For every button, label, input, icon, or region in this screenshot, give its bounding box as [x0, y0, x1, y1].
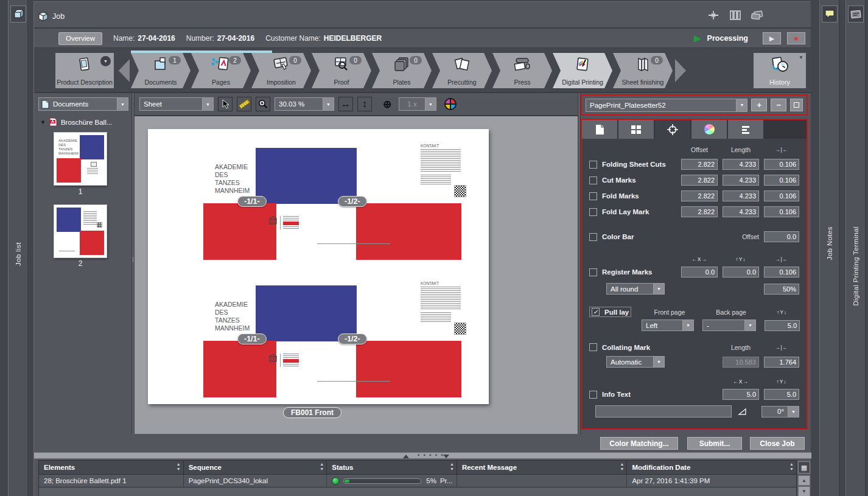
folding-sheet-cuts-offset-field[interactable]: 2.822	[681, 159, 718, 170]
step-documents[interactable]: 1 Documents	[131, 53, 191, 88]
fold-lay-mark-width-field[interactable]: 0.106	[764, 206, 799, 217]
fold-marks-offset-field[interactable]: 2.822	[681, 190, 718, 201]
sort-icon[interactable]: ▲▼	[789, 462, 794, 472]
sort-icon[interactable]: ▲▼	[620, 462, 625, 472]
product-description-menu-button[interactable]: ▼	[100, 56, 111, 66]
color-bar-checkbox[interactable]	[589, 233, 597, 241]
color-bar-offset-field[interactable]: 0.0	[764, 231, 799, 242]
register-marks-checkbox[interactable]	[589, 268, 597, 276]
dropdown-arrow-icon[interactable]: ▼	[744, 320, 755, 330]
table-scroll-down-button[interactable]: ▼	[798, 486, 810, 496]
select-tool-button[interactable]	[218, 97, 233, 111]
dropdown-arrow-icon[interactable]: ▼	[202, 98, 213, 110]
history-menu-caret[interactable]: ▼	[799, 55, 803, 60]
register-marks-tone-field[interactable]: 50%	[764, 284, 799, 295]
cascade-windows-icon[interactable]	[750, 8, 765, 23]
collating-mark-length-field[interactable]: 10.583	[723, 357, 759, 368]
job-notes-button[interactable]	[822, 5, 838, 23]
fold-lay-mark-length-field[interactable]: 4.233	[723, 206, 759, 217]
step-product-description[interactable]: ▼ Product Description	[55, 53, 114, 88]
tab-color[interactable]	[691, 120, 728, 139]
register-marks-width-field[interactable]: 0.106	[764, 267, 799, 278]
tab-general[interactable]	[582, 120, 618, 139]
register-marks-x-field[interactable]: 0.0	[681, 267, 718, 278]
zoom-tool-button[interactable]	[256, 97, 270, 111]
pull-lay-back-dropdown[interactable]: - ▼	[702, 320, 756, 331]
tree-expand-icon[interactable]: ▼	[40, 119, 46, 125]
cut-marks-offset-field[interactable]: 2.822	[681, 175, 718, 186]
press-sheet[interactable]: AKADEMIEDES TANZESMANNHEIM KONTAKT	[148, 129, 489, 404]
dropdown-arrow-icon[interactable]: ▼	[323, 98, 334, 110]
dropdown-arrow-icon[interactable]: ▼	[788, 407, 799, 417]
column-header-status[interactable]: Status▲▼	[327, 461, 457, 474]
page-thumbnail-2[interactable]	[54, 204, 107, 258]
view-mode-dropdown[interactable]: Sheet ▼	[139, 97, 214, 111]
register-marks-style-dropdown[interactable]: All round ▼	[606, 283, 665, 295]
split-view-icon[interactable]	[706, 8, 721, 23]
start-button[interactable]: ▶	[763, 32, 781, 44]
document-tree-node[interactable]: ▼ Broschüre Ball...	[40, 117, 112, 127]
column-header-elements[interactable]: Elements▲▼	[39, 461, 184, 474]
dropdown-arrow-icon[interactable]: ▼	[682, 320, 693, 330]
column-header-recent-message[interactable]: Recent Message▲▼	[457, 461, 628, 474]
history-button[interactable]: ▼ History	[754, 53, 806, 88]
info-text-x-field[interactable]: 5.0	[723, 389, 759, 400]
fold-marks-checkbox[interactable]	[589, 192, 597, 200]
sort-icon[interactable]: ▲▼	[450, 462, 454, 472]
repeat-count-dropdown[interactable]: 1 x ▼	[399, 97, 436, 111]
info-text-angle-dropdown[interactable]: 0° ▼	[761, 406, 799, 417]
overview-button[interactable]: Overview	[58, 32, 102, 45]
zoom-area-button[interactable]: ⊕	[380, 97, 394, 111]
register-marks-y-field[interactable]: 0.0	[723, 267, 759, 278]
panels-icon[interactable]	[728, 8, 743, 23]
dropdown-arrow-icon[interactable]: ▼	[736, 99, 747, 111]
dropdown-arrow-icon[interactable]: ▼	[425, 98, 436, 110]
fit-width-button[interactable]: ↔	[338, 97, 353, 111]
remove-sequence-button[interactable]: −	[771, 99, 786, 111]
info-text-checkbox[interactable]	[589, 391, 597, 399]
step-imposition[interactable]: 0 Imposition	[251, 53, 311, 88]
step-digital-printing[interactable]: Digital Printing	[553, 53, 612, 88]
table-scroll-up-button[interactable]: ▲	[798, 475, 810, 486]
fold-marks-length-field[interactable]: 4.233	[723, 190, 759, 201]
info-text-y-field[interactable]: 5.0	[764, 389, 799, 400]
table-settings-button[interactable]: ▦	[798, 461, 810, 473]
step-pages[interactable]: 2 Pages	[191, 53, 251, 88]
step-sheet-finishing[interactable]: 0 Sheet finishing	[613, 53, 673, 88]
tab-layout[interactable]	[618, 120, 655, 139]
dropdown-arrow-icon[interactable]: ▼	[653, 284, 664, 294]
color-matching-button[interactable]: Color Matching...	[600, 437, 678, 450]
separation-preview-icon[interactable]	[444, 98, 457, 110]
cut-marks-width-field[interactable]: 0.106	[764, 175, 799, 186]
collapse-down-icon[interactable]	[443, 455, 449, 458]
job-notes-strip[interactable]: Job Notes	[819, 0, 839, 496]
maximize-panel-button[interactable]	[790, 99, 803, 111]
pull-lay-front-dropdown[interactable]: Left ▼	[642, 320, 694, 331]
measure-tool-button[interactable]	[237, 97, 251, 111]
cut-marks-length-field[interactable]: 4.233	[723, 175, 759, 186]
collating-mark-checkbox[interactable]	[589, 343, 597, 351]
output-device-dropdown[interactable]: PagePrint_Platesetter52 ▼	[586, 99, 747, 112]
sort-icon[interactable]: ▲▼	[177, 462, 181, 472]
folding-sheet-cuts-length-field[interactable]: 4.233	[723, 159, 759, 170]
info-text-input[interactable]	[595, 405, 732, 417]
pull-lay-y-field[interactable]: 5.0	[765, 320, 800, 331]
job-list-strip[interactable]: Job list	[8, 0, 28, 496]
digital-printing-terminal-strip[interactable]: Digital Printing Terminal	[845, 0, 866, 496]
fold-marks-width-field[interactable]: 0.106	[764, 190, 799, 201]
folding-sheet-cuts-width-field[interactable]: 0.106	[764, 159, 799, 170]
sort-icon[interactable]: ▲▼	[320, 462, 324, 472]
app-launcher-button[interactable]	[10, 5, 26, 23]
steps-scroll-right-button[interactable]	[675, 59, 686, 82]
folding-sheet-cuts-checkbox[interactable]	[589, 161, 597, 169]
column-header-sequence[interactable]: Sequence▲▼	[184, 461, 327, 474]
sheet-preview-area[interactable]: AKADEMIEDES TANZESMANNHEIM KONTAKT	[135, 115, 578, 434]
terminal-button[interactable]	[848, 5, 864, 23]
dropdown-arrow-icon[interactable]: ▼	[117, 98, 128, 110]
table-row[interactable]: 28; Broschüre Ballett.pdf 1 PagePrint_DC…	[39, 474, 796, 487]
page-thumbnail-1[interactable]: AKADEMIEDES TANZESMANNHEIM	[54, 132, 107, 186]
table-splitter[interactable]: • • • • •	[34, 452, 811, 459]
close-job-button[interactable]: Close Job	[750, 437, 805, 450]
dropdown-arrow-icon[interactable]: ▼	[653, 357, 664, 367]
step-plates[interactable]: 0 Plates	[372, 53, 432, 88]
